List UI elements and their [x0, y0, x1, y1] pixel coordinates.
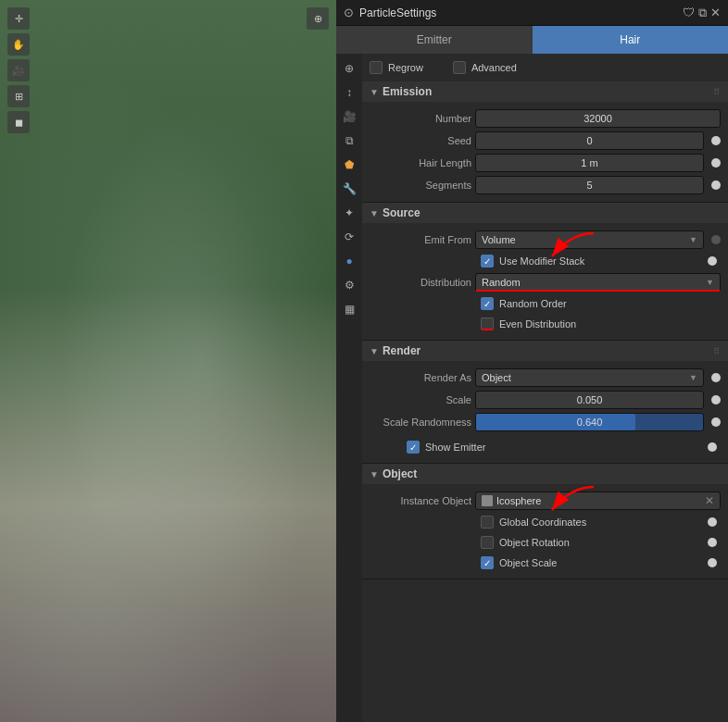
object-header[interactable]: ▼ Object — [362, 464, 728, 484]
emission-header[interactable]: ▼ Emission ⠿ — [362, 81, 728, 102]
emit-from-dot — [711, 235, 721, 244]
sidebar-icon-1[interactable]: ⊕ — [339, 58, 359, 79]
sidebar-icon-8[interactable]: ⟳ — [339, 227, 359, 247]
show-emitter-row: Show Emitter — [362, 437, 728, 457]
number-label: Number — [370, 113, 471, 124]
add-icon[interactable]: ⊕ — [307, 7, 329, 30]
box-icon[interactable]: ◼ — [7, 111, 30, 133]
source-section: ▼ Source Emit From Volume ▼ — [362, 203, 728, 341]
regrow-checkbox[interactable] — [370, 61, 383, 74]
instance-obj-icon — [482, 495, 493, 506]
sidebar-icon-5[interactable]: ⬟ — [339, 155, 359, 175]
global-coordinates-row: Global Coordinates — [362, 512, 728, 532]
object-scale-row: Object Scale — [362, 553, 728, 573]
instance-object-field[interactable]: Icosphere ✕ — [475, 492, 721, 510]
render-header[interactable]: ▼ Render ⠿ — [362, 341, 728, 361]
sidebar-icon-4[interactable]: ⧉ — [339, 131, 359, 151]
emit-from-dropdown[interactable]: Volume ▼ — [475, 230, 704, 249]
seed-row: Seed 0 — [362, 130, 728, 152]
sidebar-icon-6[interactable]: 🔧 — [339, 179, 359, 199]
sidebar-icon-7[interactable]: ✦ — [339, 203, 359, 223]
distribution-row: Distribution Random ▼ — [362, 271, 728, 293]
seed-label: Seed — [370, 135, 471, 146]
grid-icon[interactable]: ⊞ — [7, 85, 30, 107]
emit-from-row: Emit From Volume ▼ — [362, 229, 728, 251]
cursor-icon[interactable]: ✛ — [7, 7, 30, 30]
instance-clear-button[interactable]: ✕ — [705, 494, 714, 507]
object-scale-checkbox[interactable] — [481, 556, 494, 569]
particle-icon: ⊙ — [344, 6, 354, 19]
render-arrow: ▼ — [370, 346, 379, 356]
hair-length-field[interactable]: 1 m — [475, 154, 704, 172]
source-header[interactable]: ▼ Source — [362, 203, 728, 223]
scale-randomness-label: Scale Randomness — [370, 417, 471, 428]
use-modifier-stack-checkbox[interactable] — [481, 255, 494, 268]
scale-field[interactable]: 0.050 — [475, 391, 704, 409]
scale-rand-bar — [476, 414, 635, 430]
object-body: Instance Object Icosphere ✕ Global Coord… — [362, 484, 728, 579]
render-as-dot — [711, 373, 721, 382]
seed-field[interactable]: 0 — [475, 131, 704, 150]
tab-hair[interactable]: Hair — [533, 26, 729, 54]
object-section: ▼ Object Instance Object Icosphere ✕ — [362, 464, 728, 579]
use-modifier-stack-label: Use Modifier Stack — [499, 255, 584, 267]
sidebar-icon-9[interactable]: ● — [339, 251, 359, 271]
sidebar-icon-3[interactable]: 🎥 — [339, 106, 359, 127]
show-emitter-dot — [708, 442, 717, 452]
emission-section: ▼ Emission ⠿ Number 32000 Seed — [362, 81, 728, 203]
sidebar-icon-11[interactable]: ▦ — [339, 299, 359, 319]
advanced-checkbox-row: Advanced — [453, 57, 517, 78]
segments-dot — [711, 180, 721, 190]
viewport-toolbar-top: ⊕ — [307, 7, 329, 30]
right-panel: ⊙ ParticleSettings 🛡 ⧉ ✕ Emitter Hair ⊕ … — [336, 0, 728, 722]
object-rotation-checkbox[interactable] — [481, 536, 494, 549]
sidebar-icons: ⊕ ↕ 🎥 ⧉ ⬟ 🔧 ✦ ⟳ ● ⚙ ▦ — [336, 54, 362, 722]
global-coordinates-checkbox[interactable] — [481, 516, 494, 529]
tab-emitter[interactable]: Emitter — [336, 26, 533, 54]
camera-icon[interactable]: 🎥 — [7, 59, 30, 81]
panel-header: ⊙ ParticleSettings 🛡 ⧉ ✕ — [336, 0, 728, 26]
emission-body: Number 32000 Seed 0 — [362, 102, 728, 202]
render-as-dropdown[interactable]: Object ▼ — [475, 368, 704, 387]
viewport-toolbar-left: ✛ ✋ 🎥 ⊞ ◼ — [7, 7, 30, 133]
hand-icon[interactable]: ✋ — [7, 33, 30, 56]
render-section: ▼ Render ⠿ Render As Object ▼ — [362, 341, 728, 464]
panel-body: ⊕ ↕ 🎥 ⧉ ⬟ 🔧 ✦ ⟳ ● ⚙ ▦ Regrow Advanced — [336, 54, 728, 722]
emission-arrow: ▼ — [370, 87, 379, 97]
scale-row: Scale 0.050 — [362, 389, 728, 411]
seed-dot — [711, 136, 721, 145]
copy-icon[interactable]: ⧉ — [698, 6, 707, 20]
panel-title: ParticleSettings — [359, 6, 677, 19]
scale-randomness-row: Scale Randomness 0.640 — [362, 411, 728, 433]
panel-header-actions: 🛡 ⧉ ✕ — [683, 6, 721, 20]
show-emitter-checkbox[interactable] — [407, 441, 420, 454]
sidebar-icon-10[interactable]: ⚙ — [339, 275, 359, 295]
sidebar-icon-2[interactable]: ↕ — [339, 82, 359, 103]
distribution-dropdown[interactable]: Random ▼ — [475, 273, 721, 292]
even-distribution-checkbox[interactable] — [481, 317, 494, 330]
source-arrow: ▼ — [370, 208, 379, 218]
distribution-arrow: ▼ — [706, 278, 714, 287]
advanced-checkbox[interactable] — [453, 61, 466, 74]
segments-field[interactable]: 5 — [475, 176, 704, 194]
global-coord-dot — [708, 517, 717, 527]
random-order-row: Random Order — [362, 293, 728, 314]
shield-icon[interactable]: 🛡 — [683, 6, 695, 20]
object-title: Object — [383, 467, 417, 480]
scale-randomness-dot — [711, 417, 721, 427]
render-dots: ⠿ — [713, 346, 721, 356]
scale-randomness-field[interactable]: 0.640 — [475, 413, 704, 431]
hair-length-dot — [711, 158, 721, 168]
random-order-checkbox[interactable] — [481, 297, 494, 310]
number-field[interactable]: 32000 — [475, 109, 721, 128]
emit-from-label: Emit From — [370, 234, 471, 245]
object-rotation-dot — [708, 538, 717, 547]
close-icon[interactable]: ✕ — [710, 6, 721, 20]
tab-row: Emitter Hair — [336, 26, 728, 54]
emission-title: Emission — [383, 85, 432, 98]
render-title: Render — [383, 344, 420, 357]
render-body: Render As Object ▼ Scale 0.050 — [362, 361, 728, 463]
render-as-row: Render As Object ▼ — [362, 367, 728, 389]
regrow-checkbox-row: Regrow — [370, 57, 423, 78]
segments-label: Segments — [370, 180, 471, 191]
